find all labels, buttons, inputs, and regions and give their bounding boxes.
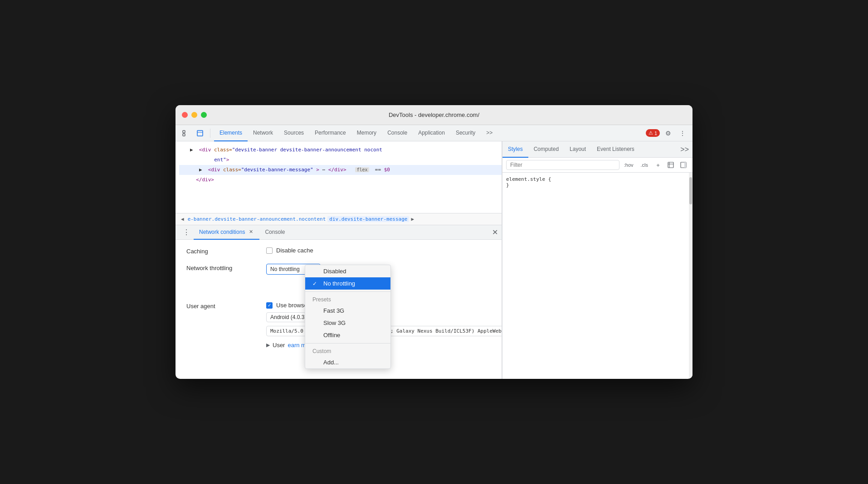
dropdown-item-add[interactable]: Add... (305, 356, 390, 368)
tab-console-bottom-label: Console (265, 229, 285, 235)
tab-application[interactable]: Application (413, 125, 450, 141)
styles-content: element.style { } (502, 173, 689, 379)
svg-rect-2 (197, 131, 203, 136)
dropdown-divider-1 (305, 291, 390, 292)
minimize-button[interactable] (191, 112, 197, 118)
title-bar: DevTools - developer.chrome.com/ (176, 105, 692, 125)
main-tabs: Elements Network Sources Performance Mem… (214, 125, 498, 141)
dropdown-divider-2 (305, 343, 390, 344)
tab-console[interactable]: Console (382, 125, 413, 141)
main-content: ▶ <div class="devsite-banner devsite-ban… (176, 141, 692, 379)
toggle-sidebar-icon[interactable] (678, 160, 689, 170)
breadcrumb: ◀ e-banner.devsite-banner-announcement.n… (176, 213, 502, 225)
styles-toolbar: :hov .cls + (502, 158, 692, 173)
select-element-icon[interactable] (179, 127, 192, 140)
dropdown-header-custom: Custom (305, 345, 390, 356)
right-tab-event-listeners[interactable]: Event Listeners (591, 141, 640, 158)
dropdown-label-fast3g: Fast 3G (323, 307, 344, 314)
caching-checkbox[interactable] (266, 247, 273, 254)
styles-main: element.style { } (502, 173, 692, 379)
dom-line-2: ent"> (179, 155, 502, 165)
right-tab-layout[interactable]: Layout (564, 141, 591, 158)
tab-network-conditions-close[interactable]: ✕ (248, 229, 254, 235)
tab-memory[interactable]: Memory (351, 125, 382, 141)
bottom-tab-dots[interactable]: ⋮ (179, 228, 194, 237)
right-tab-more[interactable]: >> (677, 145, 692, 154)
throttle-selected-value: No throttling (270, 266, 300, 272)
dropdown-item-slow3g[interactable]: Slow 3G (305, 317, 390, 329)
dropdown-item-no-throttling[interactable]: ✓ No throttling (305, 277, 390, 290)
devtools-window: DevTools - developer.chrome.com/ Element… (176, 105, 692, 379)
ua-checkbox[interactable]: ✓ (266, 302, 273, 309)
breadcrumb-item-2[interactable]: div.devsite-banner-message (327, 216, 409, 222)
dom-line-4: </div> (179, 175, 502, 185)
hov-button[interactable]: :hov (621, 161, 636, 169)
dom-line-1: ▶ <div class="devsite-banner devsite-ban… (179, 145, 502, 155)
more-options-icon[interactable]: ⋮ (676, 127, 689, 140)
tab-performance[interactable]: Performance (309, 125, 351, 141)
close-button[interactable] (182, 112, 188, 118)
add-style-icon[interactable]: + (653, 160, 663, 170)
toolbar-divider-1 (210, 129, 210, 138)
dom-tree[interactable]: ▶ <div class="devsite-banner devsite-ban… (176, 141, 502, 213)
dom-expand-1[interactable]: ▶ (190, 147, 193, 153)
tab-network-conditions[interactable]: Network conditions ✕ (194, 225, 259, 240)
svg-rect-0 (183, 131, 185, 133)
dropdown-label-no-throttling: No throttling (323, 280, 355, 287)
right-tab-computed[interactable]: Computed (528, 141, 564, 158)
dropdown-label-slow3g: Slow 3G (323, 319, 346, 326)
dom-line-3[interactable]: ▶ <div class="devsite-banner-message" > … (179, 165, 502, 175)
window-title: DevTools - developer.chrome.com/ (389, 111, 479, 118)
tab-sources[interactable]: Sources (278, 125, 309, 141)
breadcrumb-left-arrow[interactable]: ◀ (179, 215, 186, 223)
dropdown-header-presets: Presets (305, 294, 390, 305)
dropdown-item-fast3g[interactable]: Fast 3G (305, 305, 390, 317)
left-panel: ▶ <div class="devsite-banner devsite-ban… (176, 141, 502, 379)
right-tabs: Styles Computed Layout Event Listeners >… (502, 141, 692, 158)
dropdown-item-offline[interactable]: Offline (305, 329, 390, 341)
element-style-closing: } (506, 182, 509, 188)
check-selected: ✓ (312, 281, 320, 287)
dropdown-item-disabled[interactable]: Disabled (305, 265, 390, 277)
bottom-panel: ⋮ Network conditions ✕ Console ✕ (176, 225, 502, 379)
svg-rect-4 (668, 162, 673, 168)
styles-scrollbar[interactable] (689, 173, 692, 379)
bottom-panel-close[interactable]: ✕ (492, 228, 498, 237)
tab-elements[interactable]: Elements (214, 125, 248, 141)
error-badge[interactable]: ⚠ 1 (646, 129, 660, 137)
caching-row: Caching Disable cache (186, 247, 491, 255)
network-conditions-panel: Caching Disable cache Network throttling (176, 240, 502, 379)
tab-network[interactable]: Network (248, 125, 278, 141)
tab-more[interactable]: >> (481, 125, 498, 141)
inspect-icon[interactable] (194, 127, 206, 140)
breadcrumb-item-1[interactable]: e-banner.devsite-banner-announcement.noc… (186, 216, 328, 222)
computed-style-icon[interactable] (665, 160, 676, 170)
breadcrumb-right-arrow[interactable]: ▶ (409, 215, 416, 223)
styles-filter-input[interactable] (506, 160, 619, 170)
settings-icon[interactable]: ⚙ (662, 127, 674, 140)
devtools-body: Elements Network Sources Performance Mem… (176, 125, 692, 379)
svg-rect-8 (684, 162, 686, 168)
element-style-selector: element.style { (506, 176, 551, 182)
toolbar-right: ⚠ 1 ⚙ ⋮ (646, 127, 689, 140)
dropdown-label-add: Add... (323, 359, 339, 366)
tab-console-bottom[interactable]: Console (259, 225, 290, 240)
dropdown-label-offline: Offline (323, 332, 340, 339)
dropdown-label-disabled: Disabled (323, 268, 346, 275)
ua-folded-label: User (273, 342, 285, 348)
right-tab-styles[interactable]: Styles (502, 141, 528, 158)
caching-label: Caching (186, 247, 259, 255)
element-style-rule: element.style { } (506, 176, 685, 188)
tab-security[interactable]: Security (450, 125, 481, 141)
bottom-tabs: ⋮ Network conditions ✕ Console ✕ (176, 225, 502, 240)
main-toolbar: Elements Network Sources Performance Mem… (176, 125, 692, 141)
cls-button[interactable]: .cls (638, 161, 651, 169)
warning-icon: ⚠ (649, 130, 653, 136)
throttling-dropdown[interactable]: Disabled ✓ No throttling Presets Fast 3G (305, 265, 391, 369)
scrollbar-thumb[interactable] (689, 177, 692, 204)
svg-rect-1 (183, 134, 185, 136)
maximize-button[interactable] (201, 112, 207, 118)
error-count: 1 (654, 131, 657, 136)
ua-expand-arrow[interactable]: ▶ (266, 342, 270, 348)
caching-checkbox-label: Disable cache (276, 247, 313, 254)
